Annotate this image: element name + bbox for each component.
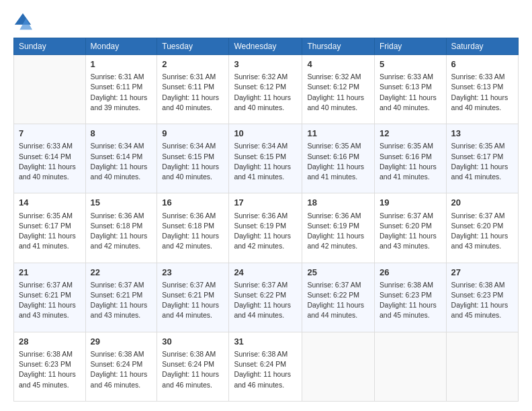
calendar-cell: 31Sunrise: 6:38 AM Sunset: 6:24 PM Dayli… bbox=[229, 332, 302, 401]
day-info: Sunrise: 6:31 AM Sunset: 6:11 PM Dayligh… bbox=[162, 72, 224, 113]
day-info: Sunrise: 6:37 AM Sunset: 6:22 PM Dayligh… bbox=[307, 280, 369, 321]
day-number: 19 bbox=[380, 197, 441, 209]
day-info: Sunrise: 6:36 AM Sunset: 6:18 PM Dayligh… bbox=[91, 211, 152, 252]
day-info: Sunrise: 6:35 AM Sunset: 6:17 PM Dayligh… bbox=[451, 141, 513, 182]
day-number: 24 bbox=[234, 267, 297, 279]
day-info: Sunrise: 6:36 AM Sunset: 6:19 PM Dayligh… bbox=[234, 211, 297, 252]
day-number: 21 bbox=[19, 267, 81, 279]
day-info: Sunrise: 6:37 AM Sunset: 6:22 PM Dayligh… bbox=[234, 280, 297, 321]
day-info: Sunrise: 6:38 AM Sunset: 6:23 PM Dayligh… bbox=[380, 280, 441, 321]
day-number: 26 bbox=[380, 267, 441, 279]
calendar-cell: 17Sunrise: 6:36 AM Sunset: 6:19 PM Dayli… bbox=[229, 193, 302, 263]
day-number: 18 bbox=[307, 197, 369, 209]
day-info: Sunrise: 6:35 AM Sunset: 6:16 PM Dayligh… bbox=[380, 141, 441, 182]
calendar-cell: 14Sunrise: 6:35 AM Sunset: 6:17 PM Dayli… bbox=[14, 193, 86, 263]
day-number: 13 bbox=[451, 128, 513, 140]
day-info: Sunrise: 6:31 AM Sunset: 6:11 PM Dayligh… bbox=[91, 72, 152, 113]
calendar-table: SundayMondayTuesdayWednesdayThursdayFrid… bbox=[13, 38, 519, 402]
day-info: Sunrise: 6:33 AM Sunset: 6:14 PM Dayligh… bbox=[19, 141, 81, 182]
day-info: Sunrise: 6:33 AM Sunset: 6:13 PM Dayligh… bbox=[380, 72, 441, 113]
day-info: Sunrise: 6:32 AM Sunset: 6:12 PM Dayligh… bbox=[307, 72, 369, 113]
calendar-cell: 28Sunrise: 6:38 AM Sunset: 6:23 PM Dayli… bbox=[14, 332, 86, 401]
day-info: Sunrise: 6:34 AM Sunset: 6:14 PM Dayligh… bbox=[91, 141, 152, 182]
calendar-cell: 4Sunrise: 6:32 AM Sunset: 6:12 PM Daylig… bbox=[302, 55, 375, 124]
day-number: 15 bbox=[91, 197, 152, 209]
calendar-cell: 26Sunrise: 6:38 AM Sunset: 6:23 PM Dayli… bbox=[375, 263, 447, 332]
day-info: Sunrise: 6:37 AM Sunset: 6:21 PM Dayligh… bbox=[91, 280, 152, 321]
calendar-cell: 12Sunrise: 6:35 AM Sunset: 6:16 PM Dayli… bbox=[375, 124, 447, 193]
calendar-cell: 13Sunrise: 6:35 AM Sunset: 6:17 PM Dayli… bbox=[446, 124, 518, 193]
week-row-3: 21Sunrise: 6:37 AM Sunset: 6:21 PM Dayli… bbox=[14, 263, 519, 332]
day-info: Sunrise: 6:36 AM Sunset: 6:18 PM Dayligh… bbox=[162, 211, 224, 252]
calendar-cell: 9Sunrise: 6:34 AM Sunset: 6:15 PM Daylig… bbox=[157, 124, 229, 193]
calendar-cell bbox=[446, 332, 518, 401]
weekday-tuesday: Tuesday bbox=[157, 38, 229, 55]
calendar-cell: 8Sunrise: 6:34 AM Sunset: 6:14 PM Daylig… bbox=[85, 124, 157, 193]
calendar-cell: 5Sunrise: 6:33 AM Sunset: 6:13 PM Daylig… bbox=[375, 55, 447, 124]
day-number: 14 bbox=[19, 197, 81, 209]
calendar-cell: 19Sunrise: 6:37 AM Sunset: 6:20 PM Dayli… bbox=[375, 193, 447, 263]
header bbox=[13, 12, 519, 31]
day-number: 25 bbox=[307, 267, 369, 279]
day-number: 23 bbox=[162, 267, 224, 279]
calendar-cell: 16Sunrise: 6:36 AM Sunset: 6:18 PM Dayli… bbox=[157, 193, 229, 263]
day-number: 9 bbox=[162, 128, 224, 140]
calendar-cell bbox=[14, 55, 86, 124]
weekday-sunday: Sunday bbox=[14, 38, 86, 55]
day-info: Sunrise: 6:38 AM Sunset: 6:23 PM Dayligh… bbox=[451, 280, 513, 321]
calendar-cell: 11Sunrise: 6:35 AM Sunset: 6:16 PM Dayli… bbox=[302, 124, 375, 193]
calendar-cell: 25Sunrise: 6:37 AM Sunset: 6:22 PM Dayli… bbox=[302, 263, 375, 332]
day-info: Sunrise: 6:38 AM Sunset: 6:24 PM Dayligh… bbox=[91, 349, 152, 390]
day-number: 1 bbox=[91, 58, 152, 71]
calendar-cell bbox=[375, 332, 447, 401]
day-info: Sunrise: 6:36 AM Sunset: 6:19 PM Dayligh… bbox=[307, 211, 369, 252]
calendar-cell: 7Sunrise: 6:33 AM Sunset: 6:14 PM Daylig… bbox=[14, 124, 86, 193]
week-row-1: 7Sunrise: 6:33 AM Sunset: 6:14 PM Daylig… bbox=[14, 124, 519, 193]
day-info: Sunrise: 6:34 AM Sunset: 6:15 PM Dayligh… bbox=[234, 141, 297, 182]
day-info: Sunrise: 6:35 AM Sunset: 6:16 PM Dayligh… bbox=[307, 141, 369, 182]
calendar-cell: 18Sunrise: 6:36 AM Sunset: 6:19 PM Dayli… bbox=[302, 193, 375, 263]
day-info: Sunrise: 6:38 AM Sunset: 6:24 PM Dayligh… bbox=[234, 349, 297, 390]
day-number: 31 bbox=[234, 336, 297, 348]
day-info: Sunrise: 6:32 AM Sunset: 6:12 PM Dayligh… bbox=[234, 72, 297, 113]
calendar-cell: 23Sunrise: 6:37 AM Sunset: 6:21 PM Dayli… bbox=[157, 263, 229, 332]
weekday-header-row: SundayMondayTuesdayWednesdayThursdayFrid… bbox=[14, 38, 519, 55]
weekday-wednesday: Wednesday bbox=[229, 38, 302, 55]
weekday-friday: Friday bbox=[375, 38, 447, 55]
day-info: Sunrise: 6:38 AM Sunset: 6:24 PM Dayligh… bbox=[162, 349, 224, 390]
calendar-cell: 15Sunrise: 6:36 AM Sunset: 6:18 PM Dayli… bbox=[85, 193, 157, 263]
day-number: 22 bbox=[91, 267, 152, 279]
day-info: Sunrise: 6:37 AM Sunset: 6:20 PM Dayligh… bbox=[380, 211, 441, 252]
calendar-cell bbox=[302, 332, 375, 401]
weekday-monday: Monday bbox=[85, 38, 157, 55]
logo bbox=[13, 12, 35, 31]
calendar-cell: 21Sunrise: 6:37 AM Sunset: 6:21 PM Dayli… bbox=[14, 263, 86, 332]
day-number: 5 bbox=[380, 58, 441, 71]
day-info: Sunrise: 6:37 AM Sunset: 6:21 PM Dayligh… bbox=[162, 280, 224, 321]
calendar-cell: 29Sunrise: 6:38 AM Sunset: 6:24 PM Dayli… bbox=[85, 332, 157, 401]
day-number: 7 bbox=[19, 128, 81, 140]
calendar-cell: 24Sunrise: 6:37 AM Sunset: 6:22 PM Dayli… bbox=[229, 263, 302, 332]
day-number: 29 bbox=[91, 336, 152, 348]
day-number: 11 bbox=[307, 128, 369, 140]
calendar-cell: 30Sunrise: 6:38 AM Sunset: 6:24 PM Dayli… bbox=[157, 332, 229, 401]
weekday-saturday: Saturday bbox=[446, 38, 518, 55]
day-number: 6 bbox=[451, 58, 513, 71]
calendar-cell: 20Sunrise: 6:37 AM Sunset: 6:20 PM Dayli… bbox=[446, 193, 518, 263]
day-number: 8 bbox=[91, 128, 152, 140]
day-number: 2 bbox=[162, 58, 224, 71]
day-number: 10 bbox=[234, 128, 297, 140]
day-number: 16 bbox=[162, 197, 224, 209]
calendar-cell: 3Sunrise: 6:32 AM Sunset: 6:12 PM Daylig… bbox=[229, 55, 302, 124]
day-number: 4 bbox=[307, 58, 369, 71]
calendar-cell: 6Sunrise: 6:33 AM Sunset: 6:13 PM Daylig… bbox=[446, 55, 518, 124]
page: SundayMondayTuesdayWednesdayThursdayFrid… bbox=[0, 0, 532, 411]
calendar-cell: 2Sunrise: 6:31 AM Sunset: 6:11 PM Daylig… bbox=[157, 55, 229, 124]
svg-marker-0 bbox=[15, 13, 31, 25]
day-info: Sunrise: 6:35 AM Sunset: 6:17 PM Dayligh… bbox=[19, 211, 81, 252]
day-number: 3 bbox=[234, 58, 297, 71]
day-number: 27 bbox=[451, 267, 513, 279]
week-row-2: 14Sunrise: 6:35 AM Sunset: 6:17 PM Dayli… bbox=[14, 193, 519, 263]
day-info: Sunrise: 6:37 AM Sunset: 6:21 PM Dayligh… bbox=[19, 280, 81, 321]
day-info: Sunrise: 6:38 AM Sunset: 6:23 PM Dayligh… bbox=[19, 349, 81, 390]
